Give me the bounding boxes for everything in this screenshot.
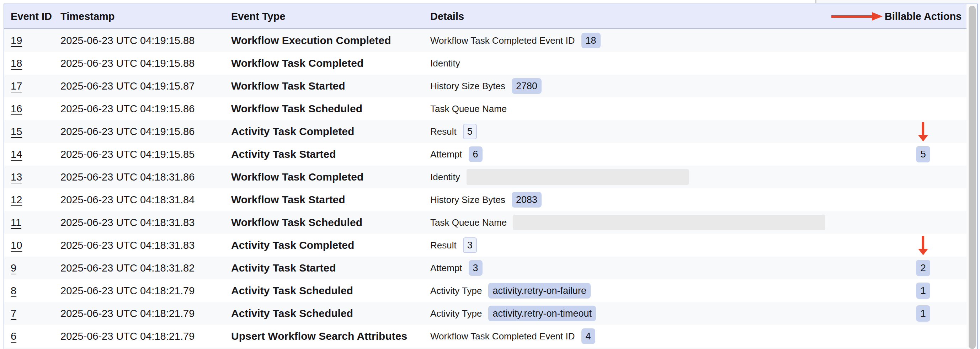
event-id-link[interactable]: 8	[11, 285, 16, 297]
detail-value-badge: activity.retry-on-timeout	[488, 306, 596, 321]
event-id-link[interactable]: 6	[11, 330, 16, 342]
detail-value-badge: 5	[463, 124, 477, 139]
event-id-link[interactable]: 16	[11, 103, 22, 115]
event-id-cell: 7	[11, 302, 16, 325]
column-header-billable-actions: Billable Actions	[880, 4, 966, 29]
billable-actions-cell	[880, 75, 966, 97]
event-row-9[interactable]: 92025-06-23 UTC 04:18:31.82Activity Task…	[4, 257, 966, 279]
event-id-link[interactable]: 11	[11, 217, 21, 228]
event-row-12[interactable]: 122025-06-23 UTC 04:18:31.84Workflow Tas…	[4, 188, 966, 211]
column-header-event-type: Event Type	[231, 4, 286, 29]
event-id-cell: 13	[11, 166, 22, 188]
event-row-7[interactable]: 72025-06-23 UTC 04:18:21.79Activity Task…	[4, 302, 966, 325]
timestamp-cell: 2025-06-23 UTC 04:19:15.85	[60, 143, 194, 166]
event-id-link[interactable]: 10	[11, 240, 22, 251]
timestamp-cell: 2025-06-23 UTC 04:18:31.83	[60, 211, 194, 234]
event-row-19[interactable]: 192025-06-23 UTC 04:19:15.88Workflow Exe…	[4, 29, 966, 52]
scrollbar-thumb[interactable]	[969, 6, 976, 349]
details-cell: Workflow Task Completed Event ID4	[430, 325, 595, 347]
detail-label: Attempt	[430, 149, 462, 160]
billable-actions-cell	[880, 166, 966, 188]
details-cell: Task Queue Name	[430, 97, 507, 120]
event-id-link[interactable]: 19	[11, 35, 22, 46]
billable-actions-cell	[880, 120, 966, 143]
detail-label: Workflow Task Completed Event ID	[430, 35, 575, 46]
details-cell: Task Queue Name	[430, 211, 825, 234]
detail-value-badge: 2083	[512, 192, 542, 208]
detail-value-badge: 3	[469, 260, 482, 276]
red-arrow-down-icon	[918, 122, 928, 141]
top-strip-divider	[815, 0, 816, 3]
detail-value-badge: 4	[581, 328, 595, 344]
timestamp-cell: 2025-06-23 UTC 04:18:31.86	[60, 166, 194, 188]
details-cell: Result3	[430, 234, 477, 257]
event-id-cell: 18	[11, 52, 22, 75]
event-id-link[interactable]: 18	[11, 57, 22, 69]
event-type-cell: Workflow Execution Completed	[231, 29, 391, 52]
timestamp-cell: 2025-06-23 UTC 04:18:21.79	[60, 302, 194, 325]
billable-actions-badge: 1	[916, 305, 930, 322]
column-header-details: Details	[430, 4, 464, 29]
event-id-link[interactable]: 13	[11, 171, 22, 183]
details-cell: Activity Typeactivity.retry-on-failure	[430, 279, 591, 302]
event-row-11[interactable]: 112025-06-23 UTC 04:18:31.83Workflow Tas…	[4, 211, 966, 234]
event-id-cell: 8	[11, 279, 16, 302]
event-id-cell: 14	[11, 143, 22, 166]
billable-actions-cell	[880, 211, 966, 234]
event-type-cell: Activity Task Started	[231, 257, 336, 279]
red-arrow-down-icon	[918, 235, 928, 255]
billable-actions-cell: 1	[880, 279, 966, 302]
event-id-link[interactable]: 9	[11, 262, 16, 274]
event-id-link[interactable]: 15	[11, 126, 22, 138]
event-id-link[interactable]: 7	[11, 308, 16, 319]
event-id-link[interactable]: 17	[11, 80, 22, 92]
event-id-cell: 6	[11, 325, 16, 347]
event-row-15[interactable]: 152025-06-23 UTC 04:19:15.86Activity Tas…	[4, 120, 966, 143]
detail-label: History Size Bytes	[430, 81, 505, 92]
event-id-link[interactable]: 12	[11, 194, 22, 206]
timestamp-cell: 2025-06-23 UTC 04:19:15.88	[60, 29, 194, 52]
detail-label: Task Queue Name	[430, 103, 507, 114]
detail-value-badge: activity.retry-on-failure	[488, 283, 591, 298]
event-type-cell: Workflow Task Started	[231, 188, 345, 211]
event-row-17[interactable]: 172025-06-23 UTC 04:19:15.87Workflow Tas…	[4, 75, 966, 97]
top-strip-right	[815, 0, 980, 3]
event-row-6[interactable]: 62025-06-23 UTC 04:18:21.79Upsert Workfl…	[4, 325, 966, 347]
details-cell: Attempt6	[430, 143, 482, 166]
detail-value-redacted-box	[513, 215, 825, 230]
page-right-margin	[978, 0, 980, 349]
event-history-rows: 192025-06-23 UTC 04:19:15.88Workflow Exe…	[4, 29, 966, 349]
billable-actions-cell	[880, 325, 966, 347]
event-type-cell: Workflow Task Completed	[231, 166, 363, 188]
event-id-cell: 17	[11, 75, 22, 97]
event-type-cell: Workflow Task Completed	[231, 52, 363, 75]
event-row-10[interactable]: 102025-06-23 UTC 04:18:31.83Activity Tas…	[4, 234, 966, 257]
table-right-border	[977, 3, 978, 349]
billable-actions-cell	[880, 188, 966, 211]
event-id-link[interactable]: 14	[11, 149, 22, 160]
billable-actions-badge: 1	[916, 282, 930, 299]
billable-actions-cell: 5	[880, 143, 966, 166]
timestamp-cell: 2025-06-23 UTC 04:19:15.88	[60, 52, 194, 75]
event-id-cell: 9	[11, 257, 16, 279]
event-type-cell: Workflow Task Started	[231, 75, 345, 97]
red-arrow-down-head	[918, 135, 928, 141]
billable-actions-badge: 2	[916, 260, 930, 276]
red-arrow-right-shaft	[831, 15, 873, 18]
event-row-13[interactable]: 132025-06-23 UTC 04:18:31.86Workflow Tas…	[4, 166, 966, 188]
detail-label: Result	[430, 126, 457, 137]
column-header-timestamp: Timestamp	[60, 4, 115, 29]
red-arrow-down-head	[918, 249, 928, 255]
event-row-14[interactable]: 142025-06-23 UTC 04:19:15.85Activity Tas…	[4, 143, 966, 166]
event-id-cell: 10	[11, 234, 22, 257]
event-row-16[interactable]: 162025-06-23 UTC 04:19:15.86Workflow Tas…	[4, 97, 966, 120]
event-id-cell: 11	[11, 211, 21, 234]
timestamp-cell: 2025-06-23 UTC 04:19:15.87	[60, 75, 194, 97]
detail-label: Task Queue Name	[430, 217, 507, 228]
detail-value-badge: 3	[463, 237, 477, 253]
event-row-8[interactable]: 82025-06-23 UTC 04:18:21.79Activity Task…	[4, 279, 966, 302]
billable-actions-cell	[880, 29, 966, 52]
event-type-cell: Activity Task Scheduled	[231, 279, 353, 302]
event-row-18[interactable]: 182025-06-23 UTC 04:19:15.88Workflow Tas…	[4, 52, 966, 75]
timestamp-cell: 2025-06-23 UTC 04:19:15.86	[60, 97, 194, 120]
